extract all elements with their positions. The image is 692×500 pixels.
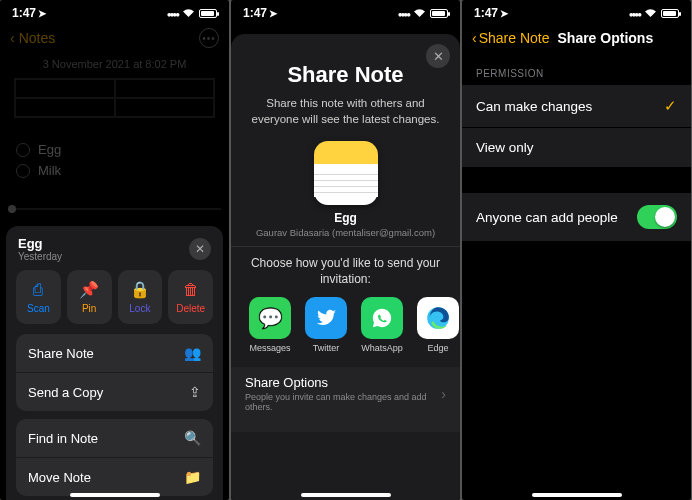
- context-sheet: Egg Yesterday ✕ ⎙Scan 📌Pin 🔒Lock 🗑Delete…: [6, 226, 223, 500]
- audio-scrubber[interactable]: [8, 208, 221, 210]
- app-label: WhatsApp: [361, 343, 403, 353]
- wifi-icon: [644, 8, 657, 18]
- checkbox-icon[interactable]: [16, 164, 30, 178]
- lock-icon: 🔒: [130, 280, 150, 299]
- find-in-note-item[interactable]: Find in Note🔍: [16, 419, 213, 458]
- chevron-left-icon: ‹: [10, 30, 15, 46]
- action-label: Pin: [82, 303, 96, 314]
- share-options-subtitle: People you invite can make changes and a…: [245, 392, 441, 412]
- cell-label: View only: [476, 140, 534, 155]
- permission-view-only[interactable]: View only: [462, 128, 691, 167]
- battery-icon: [661, 9, 679, 18]
- status-time: 1:47: [474, 6, 498, 20]
- app-label: Twitter: [313, 343, 340, 353]
- note-table: [14, 78, 215, 118]
- status-bar: 1:47➤: [462, 0, 691, 22]
- invite-prompt: Choose how you'd like to send your invit…: [245, 255, 446, 287]
- spacer: [462, 167, 691, 193]
- back-label: Notes: [19, 30, 56, 46]
- note-owner: Gaurav Bidasaria (mentaliser@gmail.com): [245, 227, 446, 238]
- menu-label: Find in Note: [28, 431, 98, 446]
- send-copy-item[interactable]: Send a Copy⇪: [16, 373, 213, 411]
- cell-label: Can make changes: [476, 99, 592, 114]
- messages-icon: 💬: [249, 297, 291, 339]
- battery-icon: [199, 9, 217, 18]
- home-indicator[interactable]: [70, 493, 160, 497]
- location-icon: ➤: [500, 8, 508, 19]
- home-indicator[interactable]: [301, 493, 391, 497]
- checkbox-icon[interactable]: [16, 143, 30, 157]
- screen-notes-context-menu: 1:47➤ ‹ Notes ••• 3 November 2021 at 8:0…: [0, 0, 229, 500]
- close-button[interactable]: ✕: [189, 238, 211, 260]
- more-menu-button[interactable]: •••: [199, 28, 219, 48]
- note-name: Egg: [245, 211, 446, 225]
- menu-label: Share Note: [28, 346, 94, 361]
- share-sheet: ✕ Share Note Share this note with others…: [231, 34, 460, 500]
- screen-share-note: 1:47➤ ✕ Share Note Share this note with …: [231, 0, 460, 500]
- list-item[interactable]: Egg: [16, 142, 213, 157]
- location-icon: ➤: [38, 8, 46, 19]
- pin-button[interactable]: 📌Pin: [67, 270, 112, 324]
- search-icon: 🔍: [184, 430, 201, 446]
- app-label: Messages: [249, 343, 290, 353]
- pin-icon: 📌: [79, 280, 99, 299]
- sheet-title: Egg: [18, 236, 62, 251]
- permission-group: Can make changes ✓ View only: [462, 85, 691, 167]
- list-item-label: Milk: [38, 163, 61, 178]
- app-messages[interactable]: 💬Messages: [247, 297, 293, 353]
- app-whatsapp[interactable]: WhatsApp: [359, 297, 405, 353]
- share-note-item[interactable]: Share Note👥: [16, 334, 213, 373]
- scan-icon: ⎙: [33, 281, 43, 299]
- edge-icon: [417, 297, 459, 339]
- lock-button[interactable]: 🔒Lock: [118, 270, 163, 324]
- permission-can-change[interactable]: Can make changes ✓: [462, 85, 691, 128]
- status-bar: 1:47➤: [231, 0, 460, 22]
- sheet-heading: Share Note: [245, 62, 446, 88]
- divider: [231, 246, 460, 247]
- move-note-item[interactable]: Move Note📁: [16, 458, 213, 496]
- action-label: Scan: [27, 303, 50, 314]
- back-button[interactable]: ‹ Notes: [10, 30, 55, 46]
- anyone-can-add-toggle-row[interactable]: Anyone can add people: [462, 193, 691, 241]
- delete-button[interactable]: 🗑Delete: [168, 270, 213, 324]
- status-time: 1:47: [243, 6, 267, 20]
- app-edge[interactable]: Edge: [415, 297, 460, 353]
- signal-icon: [629, 6, 640, 20]
- sheet-menu-group: Find in Note🔍 Move Note📁: [16, 419, 213, 496]
- app-label: Edge: [427, 343, 448, 353]
- menu-label: Move Note: [28, 470, 91, 485]
- whatsapp-icon: [361, 297, 403, 339]
- app-share-row[interactable]: 💬Messages Twitter WhatsApp Edge: [245, 297, 446, 357]
- status-time: 1:47: [12, 6, 36, 20]
- back-button[interactable]: ‹Share Note: [472, 30, 550, 46]
- action-label: Delete: [176, 303, 205, 314]
- toggle-switch[interactable]: [637, 205, 677, 229]
- back-label: Share Note: [479, 30, 550, 46]
- list-item[interactable]: Milk: [16, 163, 213, 178]
- note-date: 3 November 2021 at 8:02 PM: [0, 58, 229, 70]
- home-indicator[interactable]: [532, 493, 622, 497]
- sheet-subtitle: Yesterday: [18, 251, 62, 262]
- page-title: Share Options: [558, 30, 654, 46]
- screen-share-options: 1:47➤ ‹Share Note Share Options PERMISSI…: [462, 0, 691, 500]
- checkmark-icon: ✓: [664, 97, 677, 115]
- menu-label: Send a Copy: [28, 385, 103, 400]
- wifi-icon: [182, 8, 195, 18]
- signal-icon: [167, 6, 178, 20]
- note-checklist: Egg Milk: [0, 126, 229, 194]
- section-header: PERMISSION: [462, 54, 691, 85]
- quick-actions: ⎙Scan 📌Pin 🔒Lock 🗑Delete: [6, 270, 223, 334]
- close-button[interactable]: ✕: [426, 44, 450, 68]
- anyone-group: Anyone can add people: [462, 193, 691, 241]
- share-options-title: Share Options: [245, 375, 441, 390]
- action-label: Lock: [129, 303, 150, 314]
- share-options-row[interactable]: Share Options People you invite can make…: [231, 367, 460, 432]
- folder-icon: 📁: [184, 469, 201, 485]
- scan-button[interactable]: ⎙Scan: [16, 270, 61, 324]
- collaborate-icon: 👥: [184, 345, 201, 361]
- app-twitter[interactable]: Twitter: [303, 297, 349, 353]
- status-bar: 1:47➤: [0, 0, 229, 22]
- share-icon: ⇪: [189, 384, 201, 400]
- location-icon: ➤: [269, 8, 277, 19]
- nav-bar: ‹Share Note Share Options: [462, 22, 691, 54]
